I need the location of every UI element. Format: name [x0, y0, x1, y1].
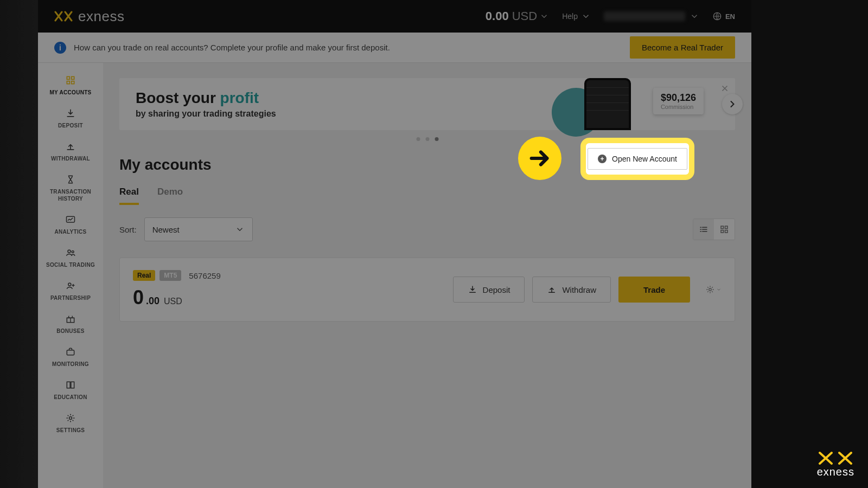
chevron-down-icon — [581, 11, 591, 21]
sort-select[interactable]: Newest — [144, 217, 253, 241]
trade-button[interactable]: Trade — [618, 277, 690, 303]
banner-close-button[interactable] — [720, 84, 730, 95]
svg-rect-12 — [721, 226, 724, 229]
topbar: exness 0.00 USD Help EN — [38, 0, 751, 33]
account-balance-int: 0 — [133, 286, 144, 309]
sidebar-item-label: SETTINGS — [40, 427, 101, 434]
sidebar-item-label: PARTNERSHIP — [40, 294, 101, 301]
svg-rect-13 — [725, 226, 728, 229]
account-balance-currency: USD — [164, 297, 182, 306]
grid-icon — [65, 75, 76, 86]
brand-name: exness — [78, 8, 124, 25]
banner-card-sub: Commission — [661, 104, 696, 110]
svg-point-16 — [709, 288, 712, 291]
chart-icon — [65, 214, 76, 225]
account-tag-platform: MT5 — [159, 270, 181, 281]
highlight-arrow-icon — [518, 137, 561, 180]
person-plus-icon — [65, 280, 76, 291]
sidebar-item-label: EDUCATION — [40, 394, 101, 401]
banner-title-accent: profit — [220, 89, 259, 106]
banner-next-button[interactable] — [722, 94, 743, 114]
sidebar-item-settings[interactable]: SETTINGS — [40, 413, 101, 434]
sidebar-item-social-trading[interactable]: SOCIAL TRADING — [40, 247, 101, 268]
view-grid-button[interactable] — [714, 219, 735, 240]
tab-demo[interactable]: Demo — [157, 187, 183, 205]
banner-illustration: $90,126 Commission — [563, 78, 704, 130]
user-menu[interactable] — [604, 11, 699, 21]
banner-dots[interactable] — [416, 137, 438, 141]
banner-title: Boost your profit — [136, 89, 276, 107]
sort-value: Newest — [152, 225, 180, 234]
sidebar-item-label: ANALYTICS — [40, 228, 101, 235]
language-selector[interactable]: EN — [712, 11, 735, 21]
svg-point-7 — [72, 251, 74, 253]
promo-banner: Boost your profit by sharing your tradin… — [119, 78, 735, 130]
withdraw-label: Withdraw — [562, 285, 596, 294]
sidebar-item-transaction-history[interactable]: TRANSACTION HISTORY — [40, 174, 101, 202]
sidebar-item-education[interactable]: EDUCATION — [40, 380, 101, 401]
language-label: EN — [725, 12, 735, 21]
view-toggle — [693, 219, 735, 240]
gear-icon — [705, 285, 715, 294]
account-settings-button[interactable] — [705, 285, 722, 294]
help-menu[interactable]: Help — [562, 11, 591, 21]
chevron-down-icon — [235, 224, 245, 234]
page-title: My accounts — [119, 156, 212, 174]
chevron-down-icon — [690, 11, 699, 21]
chevron-right-icon — [727, 99, 738, 110]
chevron-down-icon — [539, 11, 549, 21]
sidebar-item-deposit[interactable]: DEPOSIT — [40, 108, 101, 129]
deposit-button[interactable]: Deposit — [453, 277, 525, 303]
sidebar: MY ACCOUNTS DEPOSIT WITHDRAWAL TRANSACTI… — [38, 63, 103, 488]
upload-icon — [65, 141, 76, 152]
main-content: Boost your profit by sharing your tradin… — [103, 63, 751, 488]
sort-label: Sort: — [119, 225, 137, 234]
account-balance: 0 .00 USD — [133, 286, 221, 309]
gear-icon — [65, 413, 76, 423]
balance-dropdown[interactable] — [539, 11, 549, 21]
sidebar-item-analytics[interactable]: ANALYTICS — [40, 214, 101, 235]
globe-icon — [712, 11, 722, 21]
sidebar-item-my-accounts[interactable]: MY ACCOUNTS — [40, 75, 101, 96]
banner-title-pre: Boost your — [136, 89, 220, 106]
svg-rect-1 — [67, 76, 69, 79]
brand-mark-icon — [816, 451, 854, 466]
sidebar-item-label: SOCIAL TRADING — [40, 261, 101, 268]
download-icon — [65, 108, 76, 119]
sidebar-item-bonuses[interactable]: BONUSES — [40, 313, 101, 335]
sidebar-item-label: WITHDRAWAL — [40, 155, 101, 162]
svg-rect-10 — [67, 350, 74, 355]
svg-rect-5 — [67, 216, 75, 222]
svg-point-11 — [69, 417, 72, 420]
account-balance-dec: .00 — [146, 296, 159, 307]
open-new-account-highlight: + Open New Account — [580, 138, 694, 180]
list-icon — [699, 224, 709, 234]
sidebar-item-monitoring[interactable]: MONITORING — [40, 346, 101, 368]
deposit-label: Deposit — [483, 285, 510, 294]
help-label: Help — [562, 12, 578, 21]
header-balance-value: 0.00 — [486, 9, 509, 23]
svg-rect-2 — [72, 76, 74, 79]
sidebar-item-label: BONUSES — [40, 328, 101, 335]
brand-logo[interactable]: exness — [54, 8, 124, 25]
svg-rect-15 — [725, 230, 728, 233]
sidebar-item-partnership[interactable]: PARTNERSHIP — [40, 280, 101, 301]
sidebar-item-label: TRANSACTION HISTORY — [40, 188, 101, 202]
briefcase-icon — [65, 346, 76, 357]
svg-point-6 — [68, 250, 71, 253]
watermark: exness — [816, 451, 854, 478]
view-list-button[interactable] — [693, 219, 714, 240]
sidebar-item-label: MY ACCOUNTS — [40, 89, 101, 96]
close-icon — [720, 84, 730, 93]
open-new-account-button[interactable]: + Open New Account — [588, 148, 687, 170]
become-real-trader-button[interactable]: Become a Real Trader — [630, 36, 735, 59]
banner-card-value: $90,126 — [661, 92, 696, 104]
banner-subtitle: by sharing your trading strategies — [136, 109, 276, 119]
svg-rect-4 — [72, 81, 74, 84]
info-icon: i — [54, 42, 66, 54]
sidebar-item-label: DEPOSIT — [40, 122, 101, 129]
account-number: 5676259 — [189, 271, 220, 280]
withdraw-button[interactable]: Withdraw — [532, 277, 611, 303]
tab-real[interactable]: Real — [119, 187, 139, 205]
sidebar-item-withdrawal[interactable]: WITHDRAWAL — [40, 141, 101, 162]
